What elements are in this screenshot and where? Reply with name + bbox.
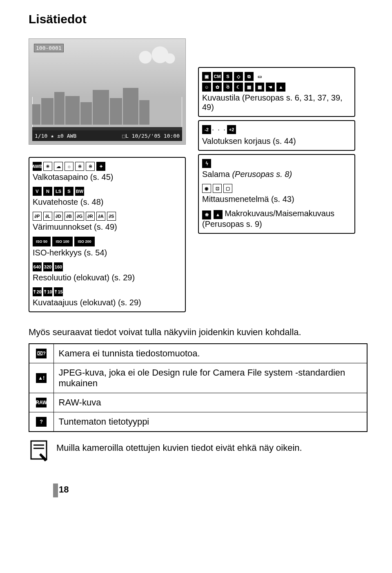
exposure-label: Valotuksen korjaus (s. 44)	[202, 137, 351, 146]
table-row: ? Tuntematon tietotyyppi	[29, 412, 367, 432]
landscape-icon: ▲	[214, 210, 223, 219]
flash-label: Salama (Perusopas s. 8)	[202, 170, 351, 179]
color-s-icon: ∂S	[107, 212, 116, 221]
iso-label: ISO-herkkyys (s. 54)	[33, 248, 182, 257]
flash-icon: ϟ	[202, 159, 211, 168]
file-types-table: ⌧? Kamera ei tunnista tiedostomuotoa. ▲!…	[29, 343, 368, 432]
mode-landscape-icon: ▲	[276, 83, 285, 92]
info-paragraph: Myös seuraavat tiedot voivat tulla näkyv…	[29, 327, 368, 338]
ev-minus2-icon: -2	[202, 125, 211, 134]
fps20-icon: ⤒20	[33, 287, 42, 296]
table-row: ▲! JPEG-kuva, joka ei ole Design rule fo…	[29, 363, 367, 393]
mode-movie-icon: ▭	[255, 72, 264, 81]
macro-label: ❀ ▲ Makrokuvaus/Maisemakuvaus (Perusopas…	[202, 209, 351, 229]
sunny-icon: ☀	[43, 162, 52, 171]
row-text: RAW-kuva	[53, 393, 367, 412]
color-r-icon: ∂R	[86, 212, 95, 221]
fluorescent-h-icon: ※	[86, 162, 95, 171]
exposure-box: -2 · · · +2 Valotuksen korjaus (s. 44)	[198, 120, 355, 151]
photo-timestamp: ⬚L 10/25/'05 10:00	[122, 133, 180, 139]
photo-counter: 100-0001	[34, 44, 64, 52]
fluorescent-icon: ※	[75, 162, 84, 171]
table-row: RAW RAW-kuva	[29, 393, 367, 412]
low-sharp-icon: LS	[54, 187, 63, 196]
note-icon	[29, 439, 49, 462]
page-number: 18	[59, 484, 69, 495]
shutter-value: 1/10	[35, 133, 47, 139]
mode-s-icon: S	[223, 72, 232, 81]
tungsten-icon: ☼	[65, 162, 74, 171]
fps15-icon: ⤒15	[54, 287, 63, 296]
metering-evaluative-icon: ◉	[202, 184, 211, 193]
framerate-label: Kuvataajuus (elokuvat) (s. 29)	[33, 298, 182, 307]
white-balance-label: Valkotasapaino (s. 45)	[33, 172, 182, 182]
color-d-icon: ∂D	[54, 212, 63, 221]
iso200-icon: ISO 200	[74, 237, 95, 246]
neutral-icon: N	[43, 187, 52, 196]
bw-icon: BW	[75, 187, 84, 196]
awb-icon: AWB	[33, 162, 42, 171]
raw-icon: RAW	[36, 398, 47, 407]
mode-night-icon: ☾	[234, 83, 243, 92]
mode-indoor-icon: ☚	[266, 83, 275, 92]
svg-rect-0	[31, 441, 47, 459]
mode-fireworks-icon: ▦	[245, 83, 254, 92]
metering-label: Mittausmenetelmä (s. 43)	[202, 195, 351, 204]
awb-indicator: AWB	[67, 133, 76, 139]
fps10-icon: ⤒10	[43, 287, 52, 296]
metering-spot-icon: ▢	[223, 184, 232, 193]
color-g-icon: ∂G	[75, 212, 84, 221]
page-title: Lisätiedot	[29, 12, 368, 26]
mode-diamond-icon: ◇	[234, 72, 243, 81]
res640-icon: 640	[33, 262, 42, 271]
row-text: Tuntematon tietotyyppi	[53, 412, 367, 432]
shooting-mode-label: Kuvaustila (Perusopas s. 6, 31, 37, 39, …	[202, 93, 351, 112]
color-p-icon: ∂P	[33, 212, 42, 221]
multi-settings-box: ϟ Salama (Perusopas s. 8) ◉ ⊡ ▢ Mittausm…	[198, 154, 355, 234]
mode-underwater-icon: ▦	[255, 83, 264, 92]
mode-cm-icon: CM	[213, 72, 222, 81]
mode-portrait-icon: ☺	[202, 83, 211, 92]
sepia-icon: S	[65, 187, 74, 196]
row-text: Kamera ei tunnista tiedostomuotoa.	[53, 344, 367, 363]
unknown-format-icon: ⌧?	[36, 349, 47, 358]
star-icon: ★	[51, 133, 54, 139]
res160-icon: 160	[54, 262, 63, 271]
mode-auto-icon: ▣	[202, 72, 211, 81]
shooting-mode-box: ▣ CM S ◇ ⧉ ▭ ☺ ✿ ☃ ☾ ▦ ▦ ☚ ▲ Kuvaustila …	[198, 67, 355, 117]
cloudy-icon: ☁	[54, 162, 63, 171]
custom-wb-icon: ✦	[96, 162, 105, 171]
ev-value: ±0	[57, 133, 64, 139]
res320-icon: 320	[43, 262, 52, 271]
vivid-icon: V	[33, 187, 42, 196]
resolution-label: Resoluutio (elokuvat) (s. 29)	[33, 273, 182, 282]
camera-preview-image: 100-0001 1/10 ★ ±0 AWB ⬚L 10/25/'05 10:0…	[29, 38, 186, 145]
color-b-icon: ∂B	[65, 212, 74, 221]
iso100-icon: ISO 100	[52, 237, 73, 246]
color-transforms-label: Värimuunnokset (s. 49)	[33, 222, 182, 232]
table-row: ⌧? Kamera ei tunnista tiedostomuotoa.	[29, 344, 367, 363]
footer-note: Muilla kameroilla otettujen kuvien tiedo…	[56, 439, 302, 453]
row-text: JPEG-kuva, joka ei ole Design rule for C…	[53, 363, 367, 393]
iso50-icon: ISO 50	[33, 237, 51, 246]
mode-snow-icon: ☃	[223, 83, 232, 92]
left-settings-box: AWB ☀ ☁ ☼ ※ ※ ✦ Valkotasapaino (s. 45) V…	[29, 157, 186, 312]
macro-icon: ❀	[202, 210, 211, 219]
color-a-icon: ∂A	[96, 212, 105, 221]
color-l-icon: ∂L	[43, 212, 52, 221]
metering-center-icon: ⊡	[213, 184, 222, 193]
warning-icon: ▲!	[36, 373, 47, 383]
image-effect-label: Kuvatehoste (s. 48)	[33, 197, 182, 207]
ev-plus2-icon: +2	[227, 125, 236, 134]
unknown-type-icon: ?	[36, 417, 47, 427]
mode-foliage-icon: ✿	[213, 83, 222, 92]
mode-stitch-icon: ⧉	[245, 72, 254, 81]
